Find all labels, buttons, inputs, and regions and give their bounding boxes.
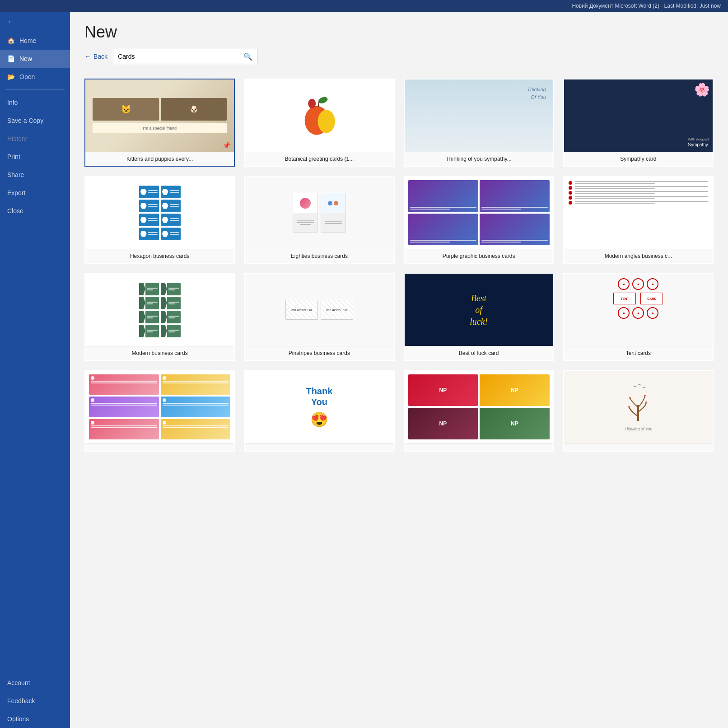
template-card-colorful-biz[interactable] [84, 370, 235, 452]
back-link-arrow: ← [84, 53, 91, 60]
sidebar-item-history-label: History [7, 135, 27, 142]
template-thumb-purple [405, 177, 553, 249]
sidebar-item-close[interactable]: Close [0, 202, 70, 220]
sidebar-item-export[interactable]: Export [0, 184, 70, 202]
svg-point-9 [644, 395, 646, 397]
template-label-modern-angles: Modern angles business c... [564, 249, 713, 263]
pin-icon[interactable]: 📌 [223, 142, 230, 149]
template-thumb-tent: ● ● ● TENT CARD ● ● ● [564, 274, 713, 346]
sidebar-nav: 🏠 Home 📄 New 📂 Open Info Save a Copy His [0, 32, 70, 220]
template-card-np-biz[interactable]: NP NP NP NP [404, 370, 554, 452]
template-card-tree[interactable]: Thinking of You [563, 370, 714, 452]
app-shell: ← 🏠 Home 📄 New 📂 Open Info Sa [0, 12, 728, 728]
sidebar-item-history: History [0, 130, 70, 148]
template-card-eighties[interactable]: Eighties business cards [244, 176, 394, 264]
sidebar-item-options-label: Options [7, 715, 29, 723]
template-card-thankyou[interactable]: ThankYou 😍 [244, 370, 394, 452]
template-thumb-modern-biz [85, 274, 234, 346]
template-thumb-tree: Thinking of You [564, 371, 713, 443]
template-card-kittens[interactable]: 🐱 🐶 I'm a special friend 📌 Kittens and p… [84, 79, 235, 167]
template-card-modern-biz[interactable]: Modern business cards [84, 273, 235, 361]
template-label-botanical: Botanical greeting cards (1... [245, 152, 393, 166]
back-link-label: Back [93, 53, 107, 60]
template-card-modern-angles[interactable]: Modern angles business c... [563, 176, 714, 264]
template-card-sympathy[interactable]: 🌸 With deepest Sympathy Sympathy card [563, 79, 714, 167]
sidebar-item-print[interactable]: Print [0, 148, 70, 166]
template-card-tent[interactable]: ● ● ● TENT CARD ● ● ● [563, 273, 714, 361]
template-thumb-thinking: Thinking Of You [405, 79, 553, 152]
sidebar-divider-2 [5, 670, 65, 670]
home-icon: 🏠 [7, 37, 15, 44]
sidebar-item-close-label: Close [7, 207, 23, 215]
sidebar-divider-1 [5, 89, 65, 90]
sidebar-item-options[interactable]: Options [0, 710, 70, 728]
template-card-thinking[interactable]: Thinking Of You Thinking of you sympathy… [404, 79, 554, 167]
sidebar-item-export-label: Export [7, 189, 25, 196]
template-label-modern-biz: Modern business cards [85, 346, 234, 360]
template-thumb-sympathy: 🌸 With deepest Sympathy [564, 79, 713, 152]
tree-svg [620, 383, 656, 423]
main-content: New ← Back 🔍 🐱 🐶 [70, 12, 728, 728]
search-box: 🔍 [113, 49, 257, 64]
template-grid: 🐱 🐶 I'm a special friend 📌 Kittens and p… [70, 75, 728, 466]
template-label-tent: Tent cards [564, 346, 713, 360]
svg-point-4 [308, 99, 316, 108]
template-thumb-np-biz: NP NP NP NP [405, 371, 553, 443]
emoji-icon: 😍 [310, 411, 328, 428]
template-label-luck: Best of luck card [405, 346, 553, 360]
template-thumb-pinstripes: Van Arsdel, Ltd. Van Arsdel, Ltd. [245, 274, 393, 346]
template-label-purple: Purple graphic business cards [405, 249, 553, 263]
template-label-tree [564, 443, 713, 451]
svg-point-6 [628, 406, 630, 408]
template-card-luck[interactable]: Bestofluck! Best of luck card [404, 273, 554, 361]
sidebar-bottom: Account Feedback Options [0, 666, 70, 728]
sidebar-item-account[interactable]: Account [0, 674, 70, 692]
template-label-colorful-biz [85, 443, 234, 451]
svg-point-1 [318, 110, 335, 133]
sidebar-item-info[interactable]: Info [0, 93, 70, 112]
template-label-eighties: Eighties business cards [245, 249, 393, 263]
page-title: New [84, 23, 714, 42]
back-arrow-icon: ← [7, 18, 14, 25]
sidebar-item-new[interactable]: 📄 New [0, 50, 70, 68]
sidebar-item-print-label: Print [7, 153, 20, 160]
sidebar-item-new-label: New [19, 55, 32, 62]
template-thumb-hexagon [85, 177, 234, 249]
title-bar-text: Новий Документ Microsoft Word (2) - Last… [572, 3, 721, 9]
sidebar-item-info-label: Info [7, 99, 18, 106]
template-card-botanical[interactable]: Botanical greeting cards (1... [244, 79, 394, 167]
template-thumb-kittens: 🐱 🐶 I'm a special friend 📌 [85, 79, 234, 152]
open-icon: 📂 [7, 73, 15, 80]
template-thumb-eighties [245, 177, 393, 249]
svg-point-8 [629, 397, 631, 399]
template-card-hexagon[interactable]: Hexagon business cards [84, 176, 235, 264]
sidebar-back-btn[interactable]: ← [0, 12, 70, 32]
template-label-kittens: Kittens and puppies every... [85, 152, 234, 166]
sidebar-item-account-label: Account [7, 679, 30, 686]
template-card-purple[interactable]: Purple graphic business cards [404, 176, 554, 264]
sidebar-item-share[interactable]: Share [0, 166, 70, 184]
template-label-hexagon: Hexagon business cards [85, 249, 234, 263]
sidebar-item-save-copy[interactable]: Save a Copy [0, 112, 70, 130]
template-thumb-thankyou: ThankYou 😍 [245, 371, 393, 443]
sidebar: ← 🏠 Home 📄 New 📂 Open Info Sa [0, 12, 70, 728]
sidebar-item-save-copy-label: Save a Copy [7, 117, 43, 124]
template-thumb-botanical [245, 79, 393, 152]
template-label-np-biz [405, 443, 553, 451]
sidebar-item-feedback[interactable]: Feedback [0, 692, 70, 710]
sidebar-item-home[interactable]: 🏠 Home [0, 32, 70, 50]
sidebar-item-feedback-label: Feedback [7, 697, 35, 705]
sidebar-item-open-label: Open [19, 73, 35, 80]
main-header: New ← Back 🔍 [70, 12, 728, 75]
search-button[interactable]: 🔍 [239, 52, 257, 61]
template-card-pinstripes[interactable]: Van Arsdel, Ltd. Van Arsdel, Ltd. Pinstr… [244, 273, 394, 361]
template-label-pinstripes: Pinstripes business cards [245, 346, 393, 360]
flower-icon: 🌸 [694, 82, 710, 97]
search-input[interactable] [113, 51, 239, 62]
template-label-sympathy: Sympathy card [564, 152, 713, 166]
svg-point-7 [645, 401, 647, 403]
template-label-thankyou [245, 443, 393, 451]
sidebar-item-open[interactable]: 📂 Open [0, 68, 70, 86]
search-row: ← Back 🔍 [84, 49, 714, 64]
back-link[interactable]: ← Back [84, 53, 107, 60]
